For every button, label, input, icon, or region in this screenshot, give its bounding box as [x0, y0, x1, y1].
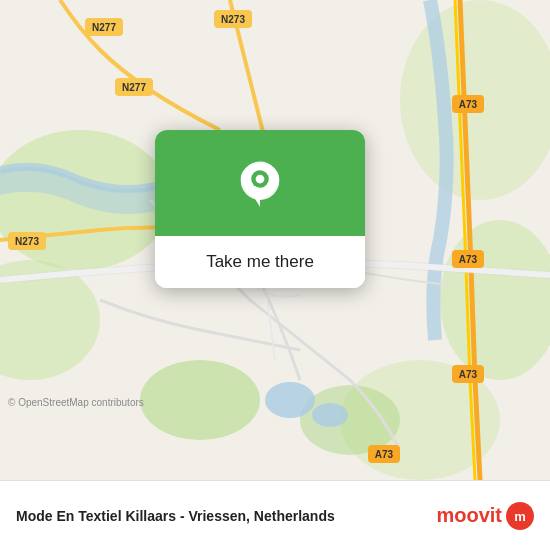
svg-text:m: m [514, 509, 526, 524]
copyright-text: © OpenStreetMap contributors [8, 397, 144, 408]
bottom-bar: Mode En Textiel Killaars - Vriessen, Net… [0, 480, 550, 550]
location-info: Mode En Textiel Killaars - Vriessen, Net… [16, 508, 335, 524]
moovit-logo: moovit m [436, 502, 534, 530]
moovit-icon: m [506, 502, 534, 530]
svg-text:N273: N273 [15, 236, 39, 247]
svg-text:A73: A73 [459, 369, 478, 380]
location-name: Mode En Textiel Killaars - Vriessen, Net… [16, 508, 335, 524]
svg-text:N273: N273 [221, 14, 245, 25]
card-overlay: Take me there [155, 130, 365, 288]
moovit-text: moovit [436, 504, 502, 527]
location-pin-icon [232, 158, 288, 214]
take-me-there-button[interactable]: Take me there [155, 236, 365, 288]
svg-point-6 [140, 360, 260, 440]
svg-text:A73: A73 [459, 99, 478, 110]
svg-text:N277: N277 [122, 82, 146, 93]
map-container: N277 N277 N273 N273 A73 A73 A73 A73 [0, 0, 550, 480]
svg-point-29 [256, 175, 265, 184]
svg-point-8 [265, 382, 315, 418]
svg-text:A73: A73 [375, 449, 394, 460]
card-icon-area [155, 130, 365, 236]
svg-text:N277: N277 [92, 22, 116, 33]
svg-point-9 [312, 403, 348, 427]
svg-text:A73: A73 [459, 254, 478, 265]
